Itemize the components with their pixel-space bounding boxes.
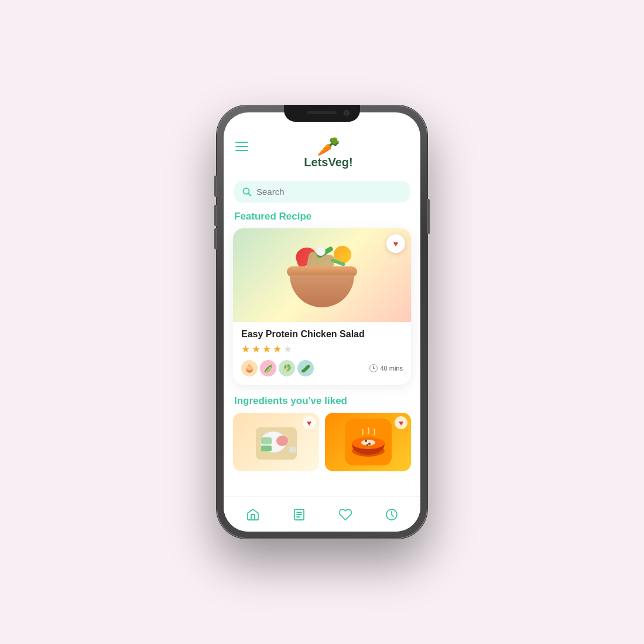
recipe-title: Easy Protein Chicken Salad	[241, 329, 403, 340]
star-1: ★	[241, 343, 250, 355]
screen-content: 🥕 LetsVeg!	[224, 112, 420, 496]
logo-text-lets: Lets	[304, 156, 328, 169]
logo-text-veg: Veg!	[328, 156, 352, 169]
bowl-base	[290, 275, 354, 307]
avatar-1: 🧅	[241, 360, 258, 376]
avatar-4: 🥒	[297, 360, 314, 376]
phone-mockup: 🥕 LetsVeg!	[217, 105, 427, 539]
bottom-navigation	[224, 496, 420, 532]
food-egg	[316, 246, 326, 256]
ingredient-heart-1[interactable]: ♥	[303, 416, 316, 429]
svg-rect-8	[289, 447, 296, 453]
favorites-icon	[338, 508, 352, 522]
recipe-stars: ★ ★ ★ ★ ★	[241, 343, 403, 355]
svg-point-15	[366, 444, 368, 446]
notch-speaker	[307, 111, 337, 114]
featured-recipe-image: ♥	[233, 228, 411, 322]
avatar-2: 🫛	[260, 360, 276, 376]
time-badge: 40 mins	[369, 364, 403, 372]
search-bar[interactable]	[234, 181, 410, 203]
ingredient-card-2[interactable]: ♥	[325, 413, 411, 471]
logo-area: 🥕 LetsVeg!	[248, 137, 409, 173]
clock-icon	[369, 364, 378, 372]
logo-icon: 🥕	[317, 137, 340, 156]
svg-rect-4	[261, 437, 272, 444]
ingredient-avatars: 🧅 🫛 🥬 🥒	[241, 360, 314, 376]
ingredients-grid: ♥	[224, 413, 420, 483]
liked-section-label: Ingredients you've liked	[224, 395, 420, 413]
star-2: ★	[252, 343, 261, 355]
svg-point-6	[276, 436, 288, 446]
phone-notch	[284, 105, 360, 122]
bowl-illustration	[284, 243, 360, 307]
menu-line-2	[235, 146, 248, 147]
search-icon	[242, 187, 252, 197]
recipes-icon	[292, 508, 306, 522]
svg-point-12	[361, 440, 375, 446]
history-icon	[385, 508, 399, 522]
menu-line-1	[235, 142, 248, 143]
featured-heart-button[interactable]: ♥	[386, 234, 405, 253]
time-text: 40 mins	[380, 365, 403, 372]
nav-favorites[interactable]	[330, 504, 361, 525]
ingredient-heart-2[interactable]: ♥	[395, 416, 407, 429]
svg-line-1	[249, 193, 251, 196]
svg-rect-5	[261, 446, 272, 451]
home-icon	[246, 508, 260, 522]
app-header: 🥕 LetsVeg!	[224, 130, 420, 177]
page-background: 🥕 LetsVeg!	[0, 0, 644, 644]
star-5-empty: ★	[283, 343, 292, 355]
nav-history[interactable]	[376, 504, 407, 525]
app-title: LetsVeg!	[304, 156, 352, 169]
star-4: ★	[273, 343, 282, 355]
recipe-meta: 🧅 🫛 🥬 🥒 40 mins	[241, 360, 403, 376]
notch-camera	[344, 110, 350, 116]
svg-point-14	[368, 443, 371, 445]
nav-recipes[interactable]	[284, 504, 314, 525]
featured-recipe-card[interactable]: ♥ Easy Protein Chicken Salad ★ ★ ★ ★ ★	[233, 228, 411, 385]
star-3: ★	[262, 343, 271, 355]
featured-section-label: Featured Recipe	[224, 211, 420, 228]
menu-button[interactable]	[235, 142, 248, 151]
search-input[interactable]	[256, 187, 402, 197]
nav-home[interactable]	[238, 504, 268, 525]
avatar-3: 🥬	[279, 360, 295, 376]
featured-card-body: Easy Protein Chicken Salad ★ ★ ★ ★ ★ 🧅 🫛	[233, 322, 411, 385]
svg-point-13	[365, 440, 367, 442]
phone-screen: 🥕 LetsVeg!	[224, 112, 420, 532]
menu-line-3	[235, 150, 248, 151]
ingredient-card-1[interactable]: ♥	[233, 413, 319, 471]
